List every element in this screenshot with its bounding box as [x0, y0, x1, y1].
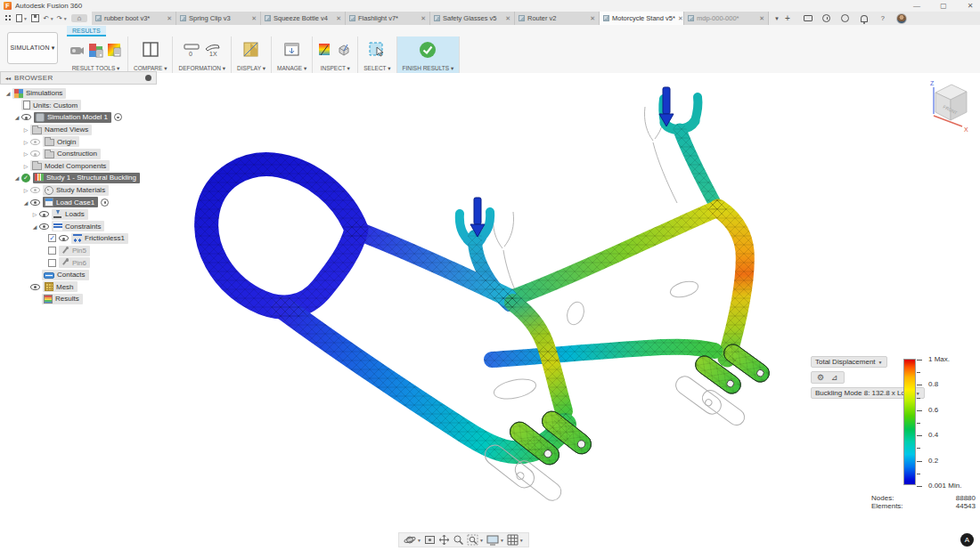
expanded-arrow-icon[interactable]: ◢ [12, 114, 21, 120]
tree-item-chip[interactable]: Construction [43, 149, 101, 159]
tree-row-study-materials[interactable]: ▷Study Materials [0, 184, 157, 197]
collapsed-arrow-icon[interactable]: ▷ [21, 150, 30, 157]
tab-close-icon[interactable]: ✕ [167, 15, 172, 22]
tree-row-load-case1[interactable]: ◢Load Case1 [0, 196, 157, 208]
tree-item-chip[interactable]: Load Case1 [43, 197, 98, 207]
tab-close-icon[interactable]: ✕ [421, 15, 426, 22]
look-at-icon[interactable] [424, 534, 436, 546]
tree-row-pin5[interactable]: Pin5 [0, 245, 157, 257]
ribbon-group-finish-results[interactable]: FINISH RESULTS ▾ [397, 36, 461, 73]
save-icon[interactable] [29, 13, 41, 24]
tree-item-chip[interactable]: Simulation Model 1 [34, 112, 111, 123]
home-tab-icon[interactable]: ⌂ [71, 14, 87, 22]
tree-row-model-components[interactable]: ▷Model Components [0, 160, 157, 173]
document-tab[interactable]: Spring Clip v3✕ [176, 12, 261, 25]
document-tab[interactable]: Safety Glasses v5✕ [430, 12, 515, 25]
eye-hidden-icon[interactable] [30, 139, 40, 145]
deform1x-icon[interactable]: 1X [204, 42, 222, 61]
collapsed-arrow-icon[interactable]: ▷ [21, 163, 30, 169]
visibility-checkbox[interactable] [48, 259, 56, 267]
tree-item-chip[interactable]: Study 1 - Structural Buckling [33, 173, 140, 183]
ribbon-group-label[interactable]: DEFORMATION ▾ [178, 65, 225, 72]
tab-overflow-icon[interactable]: ▼ [774, 16, 780, 21]
ribbon-group-select[interactable]: SELECT ▾ [358, 36, 396, 73]
tab-close-icon[interactable]: ✕ [759, 15, 764, 22]
tree-row-mesh[interactable]: Mesh [0, 281, 157, 294]
activate-target-icon[interactable] [101, 199, 109, 207]
user-avatar[interactable] [896, 13, 907, 24]
extensions-icon[interactable] [803, 13, 813, 24]
document-tab[interactable]: Router v2✕ [515, 12, 600, 25]
eye-visible-icon[interactable] [59, 235, 69, 241]
redo-icon[interactable]: ↷▼ [56, 13, 68, 24]
fit-icon[interactable]: ▼ [467, 534, 484, 546]
autodesk-badge-icon[interactable]: A [960, 533, 974, 547]
collapsed-arrow-icon[interactable]: ▷ [30, 211, 39, 217]
ribbon-group-label[interactable]: DISPLAY ▾ [237, 65, 265, 72]
result-camera-icon[interactable] [69, 43, 85, 61]
ribbon-tab-results[interactable]: RESULTS [67, 26, 106, 36]
display-settings-dot-icon[interactable] [145, 75, 151, 81]
orbit-icon[interactable]: ▼ [404, 534, 421, 546]
browser-header[interactable]: ◂◂ BROWSER [0, 71, 157, 85]
display-settings-icon[interactable]: ▼ [486, 534, 504, 546]
eye-visible-icon[interactable] [30, 199, 40, 206]
file-menu-icon[interactable]: ▼ [16, 13, 28, 24]
deform0-icon[interactable]: 0 [183, 42, 200, 61]
tree-item-chip[interactable]: Pin6 [59, 257, 90, 268]
view-cube[interactable]: FRONT Z X [911, 77, 976, 142]
tab-close-icon[interactable]: ✕ [336, 15, 341, 22]
tree-row-results[interactable]: Results [0, 293, 157, 305]
collapsed-arrow-icon[interactable]: ▷ [21, 139, 30, 145]
eye-visible-icon[interactable] [39, 211, 49, 217]
display-icon[interactable] [243, 42, 259, 61]
maximize-button[interactable]: ▢ [937, 0, 950, 11]
tree-row-loads[interactable]: ▷Loads [0, 208, 157, 221]
tab-close-icon[interactable]: ✕ [590, 15, 595, 22]
tree-row-origin[interactable]: ▷Origin [0, 135, 157, 148]
caret-down-icon[interactable]: ▼ [519, 538, 524, 543]
tab-close-icon[interactable]: ✕ [505, 15, 510, 22]
ribbon-group-manage[interactable]: MANAGE ▾ [272, 36, 313, 73]
eye-visible-icon[interactable] [39, 223, 49, 230]
ribbon-group-display[interactable]: DISPLAY ▾ [232, 36, 272, 73]
caret-down-icon[interactable]: ▼ [500, 538, 504, 543]
collapsed-arrow-icon[interactable]: ▷ [21, 126, 30, 133]
expanded-arrow-icon[interactable]: ◢ [21, 199, 30, 206]
tree-row-named-views[interactable]: ▷Named Views [0, 124, 157, 136]
document-tab[interactable]: mdp-000-000*✕ [684, 12, 769, 25]
tab-close-icon[interactable]: ✕ [251, 15, 257, 22]
tree-item-chip[interactable]: Named Views [30, 125, 92, 135]
tree-item-chip[interactable]: Model Components [30, 160, 110, 171]
minimize-button[interactable]: — [911, 0, 923, 11]
inspect-icon[interactable] [318, 43, 332, 61]
ribbon-group-result-tools[interactable]: RESULT TOOLS ▾ [64, 36, 128, 73]
expanded-arrow-icon[interactable]: ◢ [30, 223, 39, 230]
notifications-icon[interactable] [859, 13, 870, 24]
eye-visible-icon[interactable] [30, 284, 40, 290]
tree-row-frictionless1[interactable]: ✓Frictionless1 [0, 232, 157, 245]
tree-row-pin6[interactable]: Pin6 [0, 256, 157, 269]
close-button[interactable]: ✕ [964, 0, 976, 11]
eye-hidden-icon[interactable] [30, 187, 40, 193]
document-tab[interactable]: Flashlight v7*✕ [346, 12, 430, 25]
ribbon-group-deformation[interactable]: 01XDEFORMATION ▾ [173, 36, 232, 73]
help-icon[interactable]: ? [878, 13, 888, 24]
tab-close-icon[interactable]: ✕ [678, 15, 683, 22]
caret-down-icon[interactable]: ▼ [417, 538, 421, 543]
result-palette-icon[interactable] [88, 43, 103, 61]
result-legend-icon[interactable] [107, 43, 122, 61]
collapse-panel-icon[interactable]: ◂◂ [5, 75, 11, 81]
caret-down-icon[interactable]: ▼ [479, 538, 484, 543]
pan-icon[interactable] [438, 534, 450, 546]
tree-row-simulations[interactable]: ◢Simulations [0, 87, 157, 100]
document-tab[interactable]: Motorcycle Stand v5*✕ [600, 12, 684, 25]
tree-item-chip[interactable]: Origin [43, 136, 79, 147]
tree-item-chip[interactable]: Study Materials [43, 185, 109, 196]
tree-row-units-custom[interactable]: Units: Custom [0, 100, 157, 112]
tree-item-chip[interactable]: Units: Custom [21, 100, 81, 110]
legend-options-gear-icon[interactable]: ⚙ [817, 373, 824, 382]
workspace-selector[interactable]: SIMULATION ▾ [7, 32, 58, 64]
eye-visible-icon[interactable] [21, 114, 31, 120]
collapsed-arrow-icon[interactable]: ▷ [21, 187, 30, 193]
